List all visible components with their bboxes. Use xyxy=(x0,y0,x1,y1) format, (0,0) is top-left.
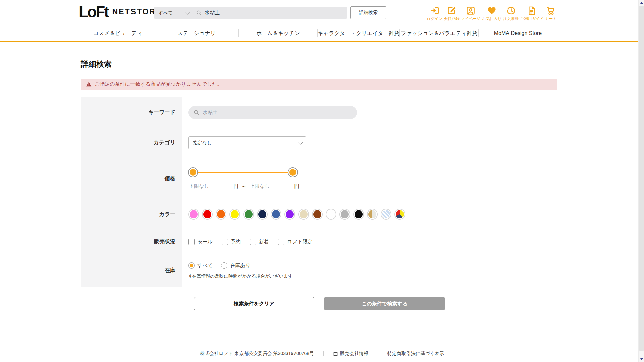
checkbox-reservation-label: 予約 xyxy=(231,239,241,245)
checkbox-sale[interactable]: セール xyxy=(188,239,213,245)
price-unit-max: 円 xyxy=(294,183,299,191)
header: LoFt NETSTORE すべて 詳細検索 ログイン xyxy=(0,0,644,25)
price-max-input[interactable] xyxy=(249,183,291,191)
footer-divider xyxy=(378,351,378,356)
price-slider-track xyxy=(193,172,293,173)
category-row: カテゴリ 指定なし xyxy=(81,128,557,158)
login-label: ログイン xyxy=(427,16,442,21)
radio-stock-available-label: 在庫あり xyxy=(230,262,251,269)
order-history-link[interactable]: 注文履歴 xyxy=(503,6,519,21)
stock-row: 在庫 すべて 在庫あり ※在庫情報の反映に時間がかかる場合がございます xyxy=(81,254,557,287)
price-slider-max-handle[interactable] xyxy=(288,168,297,177)
nav-item-cosmetics[interactable]: コスメ＆ビューティー xyxy=(81,30,160,37)
nav-item-character-goods[interactable]: キャラクター・クリエイター雑貨 xyxy=(318,30,399,37)
main-nav: コスメ＆ビューティー ステーショナリー ホーム＆キッチン キャラクター・クリエイ… xyxy=(0,25,644,42)
footer: 株式会社ロフト 東京都公安委員会 第303319700768号 販売会社情報 特… xyxy=(0,345,644,357)
alert-message: ご指定の条件に一致する商品が見つかりませんでした。 xyxy=(95,81,222,87)
scrollbar-thumb[interactable] xyxy=(639,6,644,351)
radio-stock-all[interactable]: すべて xyxy=(188,262,213,269)
color-swatch-blue[interactable] xyxy=(272,210,280,218)
checkbox-icon xyxy=(278,239,284,245)
favorites-link[interactable]: お気に入り xyxy=(482,6,501,21)
color-swatch-yellow[interactable] xyxy=(231,210,239,218)
radio-icon xyxy=(221,262,227,269)
color-swatch-brown[interactable] xyxy=(313,210,321,218)
price-min-input[interactable] xyxy=(188,183,231,191)
checkbox-loft-limited[interactable]: ロフト限定 xyxy=(278,239,313,245)
color-swatch-white[interactable] xyxy=(327,210,335,218)
stock-options: すべて 在庫あり xyxy=(188,262,557,269)
color-swatch-gray[interactable] xyxy=(341,210,349,218)
commerce-law-link[interactable]: 特定商取引法に基づく表示 xyxy=(387,351,444,357)
commerce-law-label: 特定商取引法に基づく表示 xyxy=(387,351,444,357)
color-swatch-beige[interactable] xyxy=(300,210,308,218)
document-icon xyxy=(527,6,536,15)
header-search-input[interactable] xyxy=(205,10,343,16)
footer-divider xyxy=(323,351,324,356)
search-icon xyxy=(196,10,202,16)
color-swatches xyxy=(188,209,557,220)
nav-item-home-kitchen[interactable]: ホーム＆キッチン xyxy=(239,30,317,37)
color-swatch-red[interactable] xyxy=(203,210,211,218)
nav-item-moma[interactable]: MoMA Design Store xyxy=(479,30,557,36)
header-quick-links: ログイン 会員登録 マイページ xyxy=(427,6,557,21)
price-range-slider xyxy=(188,168,299,177)
logo-loft-text: LoFt xyxy=(79,4,108,20)
nav-item-fashion-variety[interactable]: ファッション＆バラエティ雑貨 xyxy=(400,30,478,37)
checkbox-reservation[interactable]: 予約 xyxy=(222,239,241,245)
checkbox-sale-label: セール xyxy=(197,239,213,245)
guide-link[interactable]: ご利用ガイド xyxy=(520,6,543,21)
keyword-input[interactable]: 水粘土 xyxy=(188,106,357,119)
color-swatch-orange[interactable] xyxy=(217,210,225,218)
price-separator: ～ xyxy=(241,183,246,191)
scrollbar-down-arrow[interactable] xyxy=(639,357,644,362)
category-label: カテゴリ xyxy=(81,128,182,158)
login-link[interactable]: ログイン xyxy=(427,6,442,21)
scrollbar-up-arrow[interactable] xyxy=(639,0,644,5)
color-row: カラー xyxy=(81,199,557,229)
keyword-value: 水粘土 xyxy=(203,109,218,116)
radio-stock-available[interactable]: 在庫あり xyxy=(221,262,251,269)
checkbox-icon xyxy=(222,239,228,245)
color-swatch-purple[interactable] xyxy=(286,210,294,218)
vertical-scrollbar[interactable] xyxy=(638,0,644,362)
search-category-select[interactable]: すべて xyxy=(154,7,192,19)
price-label: 価格 xyxy=(81,158,182,199)
search-with-conditions-button[interactable]: この条件で検索する xyxy=(324,297,445,310)
footer-company-text: 株式会社ロフト 東京都公安委員会 第303319700768号 xyxy=(200,351,314,357)
clear-conditions-button[interactable]: 検索条件をクリア xyxy=(194,297,314,310)
color-swatch-pink[interactable] xyxy=(190,210,198,218)
color-swatch-green[interactable] xyxy=(245,210,253,218)
mypage-label: マイページ xyxy=(461,16,481,21)
search-input-wrap xyxy=(192,7,347,19)
search-category-value: すべて xyxy=(158,10,173,16)
page-title: 詳細検索 xyxy=(81,59,112,69)
radio-stock-all-label: すべて xyxy=(197,262,213,269)
category-select[interactable]: 指定なし xyxy=(188,136,306,149)
nav-item-stationery[interactable]: ステーショナリー xyxy=(160,30,238,37)
seller-info-link[interactable]: 販売会社情報 xyxy=(333,351,368,357)
color-swatch-gold-silver[interactable] xyxy=(368,210,376,218)
login-icon xyxy=(430,6,439,15)
price-slider-min-handle[interactable] xyxy=(189,168,197,177)
loft-netstore-advanced-search-page: LoFt NETSTORE すべて 詳細検索 ログイン xyxy=(0,0,644,362)
cart-label: カート xyxy=(545,16,557,21)
register-link[interactable]: 会員登録 xyxy=(444,6,460,21)
detail-search-button[interactable]: 詳細検索 xyxy=(350,6,386,19)
color-swatch-clear[interactable] xyxy=(382,210,390,218)
sales-status-label: 販売状況 xyxy=(81,229,182,254)
mypage-link[interactable]: マイページ xyxy=(461,6,481,21)
radio-icon xyxy=(188,262,195,269)
color-swatch-black[interactable] xyxy=(355,210,363,218)
price-inputs: 円 ～ 円 xyxy=(188,183,557,191)
mypage-icon xyxy=(466,6,475,15)
seller-info-label: 販売会社情報 xyxy=(340,351,368,357)
no-results-alert: ご指定の条件に一致する商品が見つかりませんでした。 xyxy=(81,79,557,90)
color-swatch-navy[interactable] xyxy=(258,210,266,218)
price-unit-min: 円 xyxy=(233,183,238,191)
loft-logo[interactable]: LoFt NETSTORE xyxy=(79,4,162,19)
chevron-down-icon xyxy=(186,10,190,15)
checkbox-new[interactable]: 新着 xyxy=(250,239,269,245)
color-swatch-multicolor[interactable] xyxy=(396,210,404,218)
cart-link[interactable]: カート xyxy=(545,6,557,21)
